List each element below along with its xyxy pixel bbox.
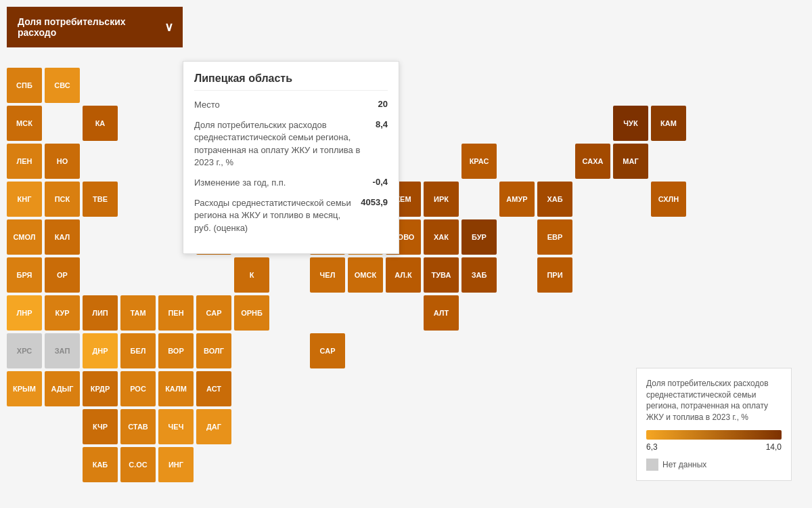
cell-kam[interactable]: КАМ <box>651 106 686 141</box>
map-container: Доля потребительских расходо ∨ Липецкая … <box>0 0 812 508</box>
tooltip-share-row: Доля потребительских расходов среднестат… <box>194 119 388 169</box>
tooltip-rank-row: Место 20 <box>194 99 388 111</box>
cell-kal2[interactable]: КАЛ <box>45 219 80 255</box>
cell-kab[interactable]: КАБ <box>83 447 118 482</box>
cell-alk[interactable]: АЛ.К <box>386 257 421 293</box>
cell-bel[interactable]: БЕЛ <box>120 333 156 368</box>
cell-len[interactable]: ЛЕН <box>7 144 42 179</box>
cell-evr[interactable]: ЕВР <box>537 219 572 255</box>
header-title: Доля потребительских расходо <box>18 16 126 38</box>
legend-title: Доля потребительских расходов среднестат… <box>646 378 782 423</box>
cell-vor[interactable]: ВОР <box>158 333 194 368</box>
cell-tam[interactable]: ТАМ <box>120 295 156 331</box>
cell-k2[interactable]: К <box>234 257 269 293</box>
legend-nodata-label: Нет данных <box>662 460 706 469</box>
cell-lip[interactable]: ЛИП <box>83 295 118 331</box>
chevron-down-icon: ∨ <box>164 20 173 35</box>
tooltip-spending-label: Расходы среднестатистической семьи регио… <box>194 197 361 234</box>
cell-kch[interactable]: КЧР <box>83 409 118 444</box>
tooltip-spending-row: Расходы среднестатистической семьи регио… <box>194 197 388 234</box>
cell-krdr[interactable]: КРДР <box>83 371 118 406</box>
cell-kur[interactable]: КУР <box>45 295 80 331</box>
cell-ornb[interactable]: ОРНБ <box>234 295 269 331</box>
cell-omsk[interactable]: ОМСК <box>348 257 383 293</box>
cell-kng[interactable]: КНГ <box>7 182 42 217</box>
cell-tve[interactable]: ТВЕ <box>83 182 118 217</box>
cell-kras[interactable]: КРАС <box>461 144 497 179</box>
cell-amur[interactable]: АМУР <box>499 182 535 217</box>
cell-cap[interactable]: CAP <box>310 333 345 368</box>
tooltip-change-row: Изменение за год, п.п. -0,4 <box>194 177 388 189</box>
cell-lnr[interactable]: ЛНР <box>7 295 42 331</box>
cell-sakha[interactable]: САХА <box>575 144 610 179</box>
cell-hrs[interactable]: ХРС <box>7 333 42 368</box>
cell-pri[interactable]: ПРИ <box>537 257 572 293</box>
cell-ros[interactable]: РОС <box>120 371 156 406</box>
cell-mag[interactable]: МАГ <box>613 144 648 179</box>
cell-volg[interactable]: ВОЛГ <box>196 333 231 368</box>
cell-sar[interactable]: САР <box>196 295 231 331</box>
legend-labels: 6,3 14,0 <box>646 442 782 452</box>
cell-alt[interactable]: АЛТ <box>424 295 459 331</box>
cell-irk[interactable]: ИРК <box>424 182 459 217</box>
cell-ka1[interactable]: КА <box>83 106 118 141</box>
cell-chech[interactable]: ЧЕЧ <box>158 409 194 444</box>
cell-adyg[interactable]: АДЫГ <box>45 371 80 406</box>
cell-chuk[interactable]: ЧУК <box>613 106 648 141</box>
cell-spb[interactable]: СПБ <box>7 68 42 103</box>
cell-psk[interactable]: ПСК <box>45 182 80 217</box>
cell-svs[interactable]: СВС <box>45 68 80 103</box>
tooltip-share-value: 8,4 <box>376 119 388 129</box>
cell-hab[interactable]: ХАБ <box>537 182 572 217</box>
legend-nodata-row: Нет данных <box>646 459 782 471</box>
cell-zab[interactable]: ЗАБ <box>461 257 497 293</box>
tooltip-spending-value: 4053,9 <box>361 197 388 207</box>
cell-kalm[interactable]: КАЛМ <box>158 371 194 406</box>
tooltip-rank-label: Место <box>194 99 378 111</box>
legend-color-bar <box>646 430 782 440</box>
cell-tuva[interactable]: ТУВА <box>424 257 459 293</box>
tooltip-change-value: -0,4 <box>373 177 388 187</box>
legend-panel: Доля потребительских расходов среднестат… <box>636 368 792 481</box>
cell-sahn[interactable]: СХЛН <box>651 182 686 217</box>
cell-ast[interactable]: АСТ <box>196 371 231 406</box>
cell-bur[interactable]: БУР <box>461 219 497 255</box>
cell-smol[interactable]: СМОЛ <box>7 219 42 255</box>
tooltip-share-label: Доля потребительских расходов среднестат… <box>194 119 376 169</box>
tooltip-region-name: Липецкая область <box>194 72 388 91</box>
cell-dnr[interactable]: ДНР <box>83 333 118 368</box>
tooltip-panel: Липецкая область Место 20 Доля потребите… <box>183 61 399 254</box>
legend-nodata-box <box>646 459 658 471</box>
tooltip-rank-value: 20 <box>378 99 388 109</box>
header-panel[interactable]: Доля потребительских расходо ∨ <box>7 7 183 47</box>
cell-krym[interactable]: КРЫМ <box>7 371 42 406</box>
cell-dag[interactable]: ДАГ <box>196 409 231 444</box>
tooltip-change-label: Изменение за год, п.п. <box>194 177 373 189</box>
cell-chel[interactable]: ЧЕЛ <box>310 257 345 293</box>
cell-stav[interactable]: СТАВ <box>120 409 156 444</box>
legend-min: 6,3 <box>646 442 658 452</box>
cell-or1[interactable]: ОР <box>45 257 80 293</box>
legend-max: 14,0 <box>766 442 782 452</box>
cell-nov1[interactable]: НО <box>45 144 80 179</box>
cell-pen[interactable]: ПЕН <box>158 295 194 331</box>
cell-bry[interactable]: БРЯ <box>7 257 42 293</box>
cell-msk[interactable]: МСК <box>7 106 42 141</box>
cell-ing[interactable]: ИНГ <box>158 447 194 482</box>
cell-hak[interactable]: ХАК <box>424 219 459 255</box>
cell-zap[interactable]: ЗАП <box>45 333 80 368</box>
cell-sos[interactable]: С.ОС <box>120 447 156 482</box>
